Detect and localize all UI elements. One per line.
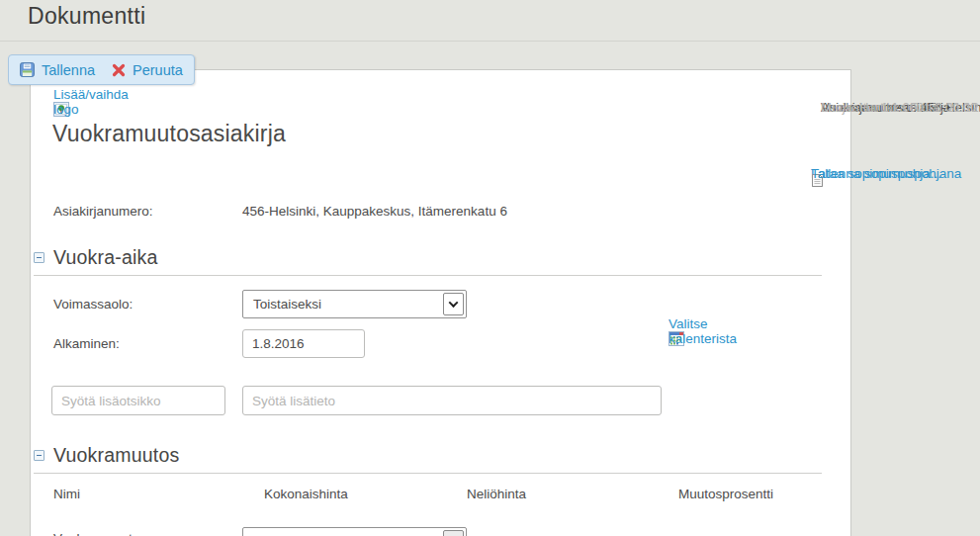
save-button[interactable]: Tallenna xyxy=(20,62,95,78)
floppy-disk-icon xyxy=(20,62,35,77)
save-template-label: Tallenna sopimuspohjana xyxy=(811,166,961,181)
extra-title-input[interactable] xyxy=(51,386,225,415)
cancel-x-icon xyxy=(112,63,126,77)
chevron-down-icon xyxy=(449,298,459,308)
alkaminen-label: Alkaminen: xyxy=(53,336,120,351)
page-header: Dokumentti xyxy=(0,0,980,42)
cancel-button-label: Peruuta xyxy=(133,62,183,78)
save-button-label: Tallenna xyxy=(42,62,95,78)
cancel-button[interactable]: Peruuta xyxy=(112,62,183,78)
voimassaolo-label: Voimassaolo: xyxy=(53,297,133,312)
voimassaolo-select[interactable]: Toistaiseksi xyxy=(242,290,467,318)
column-header-muutosprosentti: Muutosprosentti xyxy=(678,487,773,501)
document-number-label: Asiakirjanumero: xyxy=(53,204,153,219)
voimassaolo-selected-value: Toistaiseksi xyxy=(253,297,321,312)
column-header-nimi: Nimi xyxy=(53,487,80,501)
toolbar: Tallenna Peruuta xyxy=(8,54,195,85)
select-dropdown-button[interactable] xyxy=(443,530,464,536)
page-title: Dokumentti xyxy=(28,3,145,30)
section-divider xyxy=(34,275,822,276)
meta-modified: Muokattu: 1.1.0001 0:00:00 xyxy=(821,100,977,117)
partial-row-select[interactable]: Prosentti xyxy=(242,527,467,536)
section-title-vuokramuutos: Vuokramuutos xyxy=(53,444,179,467)
column-header-kokonaishinta: Kokonaishinta xyxy=(264,487,348,501)
section-divider xyxy=(34,473,822,474)
select-dropdown-button[interactable] xyxy=(443,293,464,315)
screen: Dokumentti Tallenna Peruu xyxy=(0,0,980,536)
document-number-value: 456-Helsinki, Kauppakeskus, Itämerenkatu… xyxy=(242,204,507,219)
document-panel: Lisää/vaihda logo Vuokramuutosasiakirja … xyxy=(30,69,851,536)
alkaminen-date-input[interactable] xyxy=(242,329,365,358)
collapse-icon[interactable] xyxy=(34,252,45,263)
document-title: Vuokramuutosasiakirja xyxy=(52,121,286,147)
extra-info-input[interactable] xyxy=(242,386,662,415)
collapse-icon[interactable] xyxy=(34,450,45,461)
section-title-vuokra-aika: Vuokra-aika xyxy=(53,246,158,269)
add-change-logo-label: Lisää/vaihda logo xyxy=(53,87,129,117)
column-header-neliohinta: Neliöhinta xyxy=(467,487,526,501)
partial-row-label: Vuokranmuutos: xyxy=(53,531,150,536)
choose-from-calendar-label: Valitse kalenterista xyxy=(668,316,737,346)
